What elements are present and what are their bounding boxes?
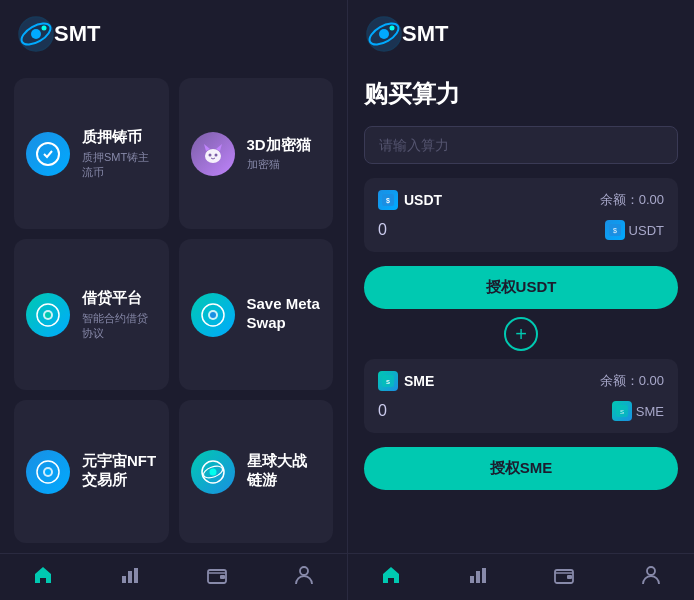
usdt-amount-row: 0 $ USDT: [378, 220, 664, 240]
nft-icon: [26, 450, 70, 494]
nav-chart-right[interactable]: [467, 564, 489, 586]
nft-title: 元宇宙NFT交易所: [82, 451, 157, 490]
svg-point-9: [214, 153, 217, 156]
nav-user-left[interactable]: [293, 564, 315, 586]
svg-point-8: [208, 153, 211, 156]
svg-text:$: $: [386, 197, 390, 205]
left-header: SMT: [0, 0, 347, 68]
sme-tag-icon: S: [612, 401, 632, 421]
sme-amount-row: 0 S SME: [378, 401, 664, 421]
svg-point-18: [209, 468, 216, 475]
sme-balance: 余额：0.00: [600, 372, 664, 390]
left-bottom-nav: [0, 553, 347, 600]
grid-item-collateral[interactable]: 质押铸币 质押SMT铸主流币: [14, 78, 169, 229]
usdt-label: USDT: [404, 192, 442, 208]
grid-item-cat[interactable]: 3D加密猫 加密猫: [179, 78, 334, 229]
usdt-section: $ USDT 余额：0.00 0 $ USDT: [364, 178, 678, 252]
authorize-usdt-button[interactable]: 授权USDT: [364, 266, 678, 309]
page-title: 购买算力: [364, 78, 678, 110]
nav-user-right[interactable]: [640, 564, 662, 586]
sme-tag-label: SME: [636, 404, 664, 419]
svg-point-27: [379, 29, 389, 39]
smt-logo-icon-right: [366, 16, 402, 52]
usdt-amount: 0: [378, 221, 387, 239]
svg-point-42: [647, 567, 655, 575]
svg-point-2: [31, 29, 41, 39]
left-title: SMT: [54, 21, 100, 47]
sme-section: S SME 余额：0.00 0 S SME: [364, 359, 678, 433]
usdt-tag-label: USDT: [629, 223, 664, 238]
right-bottom-nav: [348, 553, 694, 600]
collateral-subtitle: 质押SMT铸主流币: [82, 150, 157, 180]
savemeta-text: Save Meta Swap: [247, 294, 322, 336]
battle-icon: [191, 450, 235, 494]
svg-rect-41: [567, 575, 572, 579]
compute-input[interactable]: [364, 126, 678, 164]
collateral-icon: [26, 132, 70, 176]
savemeta-title: Save Meta Swap: [247, 294, 322, 333]
grid-item-nft[interactable]: 元宇宙NFT交易所: [14, 400, 169, 543]
collateral-text: 质押铸币 质押SMT铸主流币: [82, 127, 157, 180]
nav-home-right[interactable]: [380, 564, 402, 586]
svg-point-3: [42, 26, 47, 31]
grid-item-lending[interactable]: 借贷平台 智能合约借贷协议: [14, 239, 169, 390]
collateral-title: 质押铸币: [82, 127, 157, 147]
svg-rect-23: [220, 575, 225, 579]
svg-rect-37: [470, 576, 474, 583]
svg-rect-19: [122, 576, 126, 583]
sme-icon: S: [378, 371, 398, 391]
app-grid: 质押铸币 质押SMT铸主流币 3D加密猫 加密猫: [0, 68, 347, 553]
right-panel: SMT 购买算力 $ USDT 余额：0.00 0: [347, 0, 694, 600]
savemeta-icon: [191, 293, 235, 337]
usdt-balance: 余额：0.00: [600, 191, 664, 209]
lending-title: 借贷平台: [82, 288, 157, 308]
authorize-sme-button[interactable]: 授权SME: [364, 447, 678, 490]
svg-point-28: [390, 26, 395, 31]
nav-wallet-left[interactable]: [206, 564, 228, 586]
cat-text: 3D加密猫 加密猫: [247, 135, 311, 173]
nav-home-left[interactable]: [32, 564, 54, 586]
svg-text:S: S: [386, 379, 390, 385]
sme-header: S SME 余额：0.00: [378, 371, 664, 391]
right-content: 购买算力 $ USDT 余额：0.00 0 $: [348, 68, 694, 553]
sme-amount: 0: [378, 402, 387, 420]
svg-rect-20: [128, 571, 132, 583]
svg-point-15: [45, 469, 51, 475]
cat-icon: [191, 132, 235, 176]
usdt-token-name: $ USDT: [378, 190, 442, 210]
nav-chart-left[interactable]: [119, 564, 141, 586]
grid-item-battle[interactable]: 星球大战链游: [179, 400, 334, 543]
sme-label: SME: [404, 373, 434, 389]
smt-logo-icon: [18, 16, 54, 52]
battle-title: 星球大战链游: [247, 451, 322, 490]
usdt-tag: $ USDT: [605, 220, 664, 240]
usdt-icon: $: [378, 190, 398, 210]
sme-tag: S SME: [612, 401, 664, 421]
nft-text: 元宇宙NFT交易所: [82, 451, 157, 493]
svg-point-24: [300, 567, 308, 575]
usdt-header: $ USDT 余额：0.00: [378, 190, 664, 210]
lending-subtitle: 智能合约借贷协议: [82, 311, 157, 341]
lending-icon: [26, 293, 70, 337]
svg-text:$: $: [613, 227, 617, 234]
svg-point-5: [205, 149, 221, 163]
svg-text:S: S: [620, 409, 624, 415]
grid-item-savemeta[interactable]: Save Meta Swap: [179, 239, 334, 390]
usdt-tag-icon: $: [605, 220, 625, 240]
svg-point-13: [210, 312, 216, 318]
svg-rect-21: [134, 568, 138, 583]
right-title: SMT: [402, 21, 448, 47]
nav-wallet-right[interactable]: [553, 564, 575, 586]
plus-icon: +: [504, 317, 538, 351]
cat-title: 3D加密猫: [247, 135, 311, 155]
svg-point-4: [37, 143, 59, 165]
lending-text: 借贷平台 智能合约借贷协议: [82, 288, 157, 341]
plus-divider: +: [364, 317, 678, 351]
cat-subtitle: 加密猫: [247, 157, 311, 172]
battle-text: 星球大战链游: [247, 451, 322, 493]
left-panel: SMT 质押铸币 质押SMT铸主流币: [0, 0, 347, 600]
right-header: SMT: [348, 0, 694, 68]
svg-rect-39: [482, 568, 486, 583]
svg-point-11: [45, 312, 51, 318]
sme-token-name: S SME: [378, 371, 434, 391]
